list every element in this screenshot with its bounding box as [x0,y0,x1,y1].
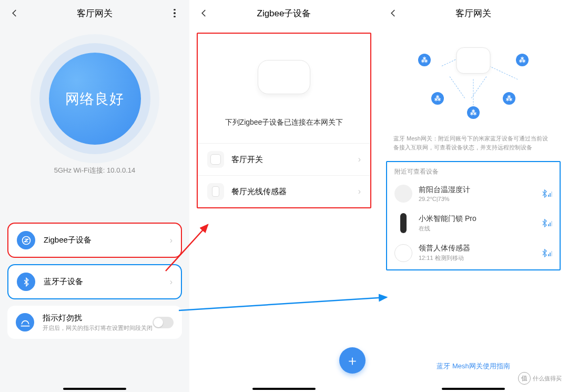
panel-bluetooth-mesh: 客厅网关 ⁂ ⁂ ⁂ ⁂ ⁂ 蓝牙 Mesh网关：附近同账号下的米家蓝牙设备可通… [379,0,568,392]
bluetooth-devices-item[interactable]: 蓝牙子设备 › [7,264,182,299]
back-icon[interactable] [199,8,209,18]
page-title: Zigbee子设备 [257,7,311,19]
menu-list: Zigbee子设备 › 蓝牙子设备 › 指示灯勿扰 开启后，网关的指示灯将在设置… [0,223,189,339]
watermark-text: 什么值得买 [533,375,562,383]
zigbee-label: Zigbee子设备 [44,235,170,245]
nearby-device-row[interactable]: 小米智能门锁 Pro 在线 [392,208,554,238]
svg-rect-3 [551,192,552,197]
watermark-icon: 值 [518,372,531,385]
home-indicator [252,388,316,390]
device-name: 餐厅光线传感器 [231,187,358,197]
chevron-right-icon: › [170,236,173,245]
device-status: 在线 [419,225,541,233]
bluetooth-signal-icon [541,219,552,227]
page-title: 客厅网关 [77,7,113,19]
bluetooth-signal-icon [541,189,552,198]
svg-rect-4 [548,224,549,226]
mesh-description: 蓝牙 Mesh网关：附近同账号下的米家蓝牙设备可通过当前设备接入互联网，可查看设… [379,132,568,161]
svg-rect-6 [551,221,552,226]
svg-rect-1 [548,195,549,197]
device-name: 客厅开关 [231,155,358,165]
device-status: 12:11 检测到移动 [419,254,541,262]
zigbee-desc: 下列Zigbee子设备已连接在本网关下 [198,113,370,143]
nearby-title: 附近可查看设备 [392,166,554,179]
nearby-device-row[interactable]: 前阳台温湿度计 29.2°C|73% [392,179,554,208]
nearby-device-row[interactable]: 领普人体传感器 12:11 检测到移动 [392,238,554,267]
zigbee-device-row[interactable]: 客厅开关 › [198,143,370,175]
zigbee-devices-item[interactable]: Zigbee子设备 › [7,223,182,258]
motion-sensor-icon [394,244,412,262]
zigbee-icon [17,231,35,249]
device-name: 前阳台温湿度计 [419,185,541,195]
bluetooth-node-icon: ⁂ [431,92,444,105]
svg-rect-7 [548,254,549,256]
dnd-toggle[interactable] [153,317,174,328]
bluetooth-label: 蓝牙子设备 [44,277,170,287]
page-title: 客厅网关 [455,7,491,19]
wifi-info: 5GHz Wi-Fi连接: 10.0.0.14 [0,166,189,175]
header: Zigbee子设备 [189,0,379,26]
sensor-icon [207,183,224,200]
indicator-dnd-item[interactable]: 指示灯勿扰 开启后，网关的指示灯将在设置时间段关闭 [7,306,182,339]
plus-icon: ＋ [346,351,359,370]
panel-zigbee-list: Zigbee子设备 下列Zigbee子设备已连接在本网关下 客厅开关 › 餐厅光… [189,0,379,392]
device-name: 领普人体传感器 [419,244,541,253]
more-icon[interactable] [169,8,180,18]
watermark: 值 什么值得买 [518,372,562,385]
zigbee-device-box: 下列Zigbee子设备已连接在本网关下 客厅开关 › 餐厅光线传感器 › [197,33,371,208]
bluetooth-node-icon: ⁂ [467,106,480,119]
device-name: 小米智能门锁 Pro [419,214,541,224]
dnd-sub: 开启后，网关的指示灯将在设置时间段关闭 [43,324,153,331]
mesh-guide-link[interactable]: 蓝牙 Mesh网关使用指南 [379,361,568,371]
switch-icon [207,151,224,168]
bluetooth-node-icon: ⁂ [516,54,529,66]
header: 客厅网关 [0,0,189,26]
bluetooth-signal-icon [541,249,552,257]
thermometer-icon [394,185,412,203]
home-indicator [442,388,505,390]
bluetooth-node-icon: ⁂ [503,92,515,105]
bluetooth-node-icon: ⁂ [418,54,431,66]
svg-rect-5 [550,223,551,226]
hub-image [250,47,318,105]
mesh-diagram: ⁂ ⁂ ⁂ ⁂ ⁂ [389,32,557,126]
back-icon[interactable] [388,8,399,18]
status-text: 网络良好 [65,89,124,108]
panel-gateway-main: 客厅网关 网络良好 5GHz Wi-Fi连接: 10.0.0.14 Zigbee… [0,0,189,392]
home-indicator [63,388,126,390]
svg-rect-9 [551,251,552,256]
svg-rect-2 [550,193,551,197]
mesh-hub-icon [457,47,491,74]
header: 客厅网关 [379,0,568,26]
svg-rect-8 [550,253,551,256]
lock-icon [400,213,407,233]
light-icon [16,313,34,331]
status-indicator: 网络良好 [49,53,141,145]
nearby-devices-box: 附近可查看设备 前阳台温湿度计 29.2°C|73% 小米智能门锁 Pro 在线 [386,161,561,270]
add-device-button[interactable]: ＋ [339,347,366,374]
chevron-right-icon: › [358,187,361,196]
device-status: 29.2°C|73% [419,196,541,202]
chevron-right-icon: › [170,277,173,287]
back-icon[interactable] [9,8,20,18]
dnd-title: 指示灯勿扰 [43,313,153,323]
bluetooth-icon [17,273,35,291]
zigbee-device-row[interactable]: 餐厅光线传感器 › [198,175,370,207]
chevron-right-icon: › [358,155,361,164]
